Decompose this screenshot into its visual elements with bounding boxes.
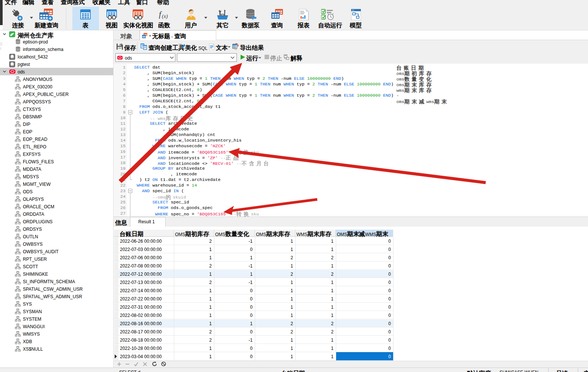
svg-text:(x): (x) [162, 13, 168, 19]
